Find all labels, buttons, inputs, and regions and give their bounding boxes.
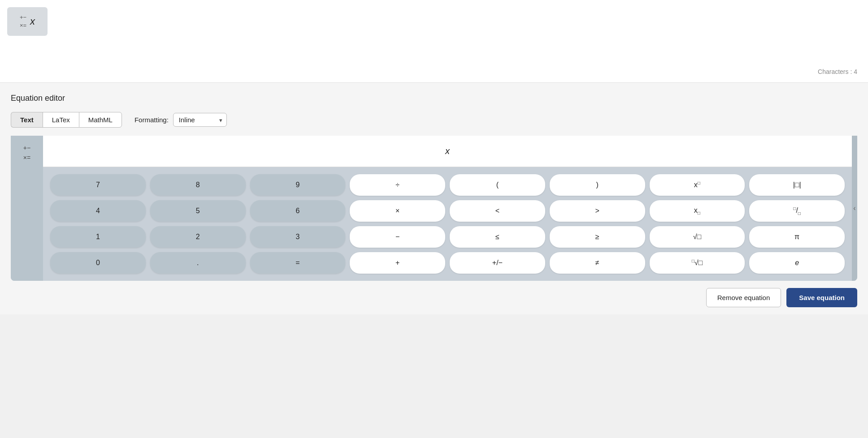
top-preview-icon: + − × = x — [7, 7, 48, 36]
key-rparen[interactable]: ) — [550, 174, 645, 196]
remove-equation-button[interactable]: Remove equation — [706, 288, 781, 307]
keypad: 789÷()x□|□|456×<>x□□/□123−≤≥√□π0.=++/−≠□… — [43, 167, 852, 281]
save-equation-button[interactable]: Save equation — [786, 288, 857, 307]
key-div[interactable]: ÷ — [350, 174, 445, 196]
key-pi[interactable]: π — [749, 226, 845, 248]
key-frac[interactable]: □/□ — [749, 200, 845, 222]
key-minus[interactable]: − — [350, 226, 445, 248]
key-nthroot[interactable]: □√□ — [650, 252, 745, 274]
equation-editor-section: Equation editor Text LaTex MathML Format… — [0, 83, 868, 281]
key-lparen[interactable]: ( — [450, 174, 545, 196]
key-2[interactable]: 2 — [150, 226, 246, 248]
preview-italic-x: x — [30, 16, 35, 27]
key-gt[interactable]: > — [550, 200, 645, 222]
key-4[interactable]: 4 — [50, 200, 146, 222]
key-0[interactable]: 0 — [50, 252, 146, 274]
tab-text[interactable]: Text — [11, 112, 43, 128]
equation-editor-body: + − × = x 789÷()x□|□|456×<>x□□/□123−≤≥√□… — [11, 136, 857, 281]
key-1[interactable]: 1 — [50, 226, 146, 248]
key-abs[interactable]: |□| — [749, 174, 845, 196]
eq-main: x 789÷()x□|□|456×<>x□□/□123−≤≥√□π0.=++/−… — [43, 136, 852, 281]
key-eq[interactable]: = — [250, 252, 346, 274]
key-gte[interactable]: ≥ — [550, 226, 645, 248]
action-bar: Remove equation Save equation — [0, 281, 868, 314]
formatting-select[interactable]: Inline Block — [173, 113, 227, 127]
eq-display[interactable]: x — [43, 136, 852, 167]
ops-grid: + − × = — [20, 13, 26, 30]
formatting-select-wrapper: Inline Block — [173, 113, 227, 127]
key-lte[interactable]: ≤ — [450, 226, 545, 248]
key-xsub[interactable]: x□ — [650, 200, 745, 222]
key-plusminus[interactable]: +/− — [450, 252, 545, 274]
equation-editor-title: Equation editor — [11, 94, 857, 103]
key-e[interactable]: e — [749, 252, 845, 274]
key-lt[interactable]: < — [450, 200, 545, 222]
key-3[interactable]: 3 — [250, 226, 346, 248]
key-6[interactable]: 6 — [250, 200, 346, 222]
key-dot[interactable]: . — [150, 252, 246, 274]
key-mul[interactable]: × — [350, 200, 445, 222]
tabs-row: Text LaTex MathML Formatting: Inline Blo… — [11, 112, 857, 128]
eq-display-content: x — [445, 146, 450, 156]
key-7[interactable]: 7 — [50, 174, 146, 196]
top-preview-area: + − × = x Characters : 4 — [0, 0, 868, 83]
characters-count: Characters : 4 — [818, 68, 857, 75]
key-plus[interactable]: + — [350, 252, 445, 274]
key-8[interactable]: 8 — [150, 174, 246, 196]
key-9[interactable]: 9 — [250, 174, 346, 196]
formatting-label: Formatting: — [135, 116, 169, 124]
key-xsup[interactable]: x□ — [650, 174, 745, 196]
tab-mathml[interactable]: MathML — [79, 112, 122, 128]
key-neq[interactable]: ≠ — [550, 252, 645, 274]
key-5[interactable]: 5 — [150, 200, 246, 222]
key-sqrt[interactable]: √□ — [650, 226, 745, 248]
eq-sidebar: + − × = — [11, 136, 43, 281]
sidebar-ops-icon: + − × = — [23, 143, 30, 163]
tab-latex[interactable]: LaTex — [43, 112, 79, 128]
scroll-indicator[interactable] — [852, 136, 857, 281]
